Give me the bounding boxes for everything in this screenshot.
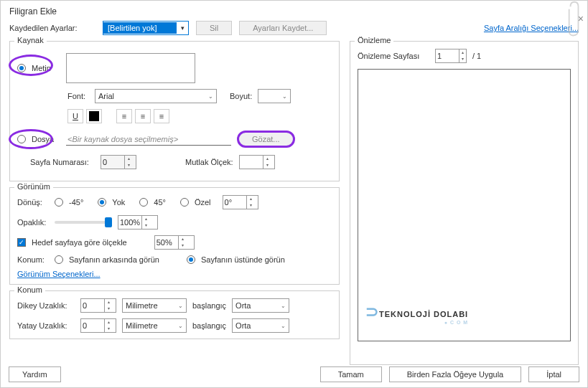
underline-button[interactable]: U <box>67 109 83 123</box>
rot-neg45-radio[interactable] <box>55 198 63 207</box>
preview-page-total: / 1 <box>472 52 481 60</box>
page-number-label: Sayfa Numarası: <box>30 158 95 166</box>
scale-value-input[interactable]: ▴▾ <box>154 235 195 250</box>
text-radio[interactable] <box>17 64 26 72</box>
watermark-text-input[interactable] <box>66 53 195 83</box>
file-radio-label: Dosya <box>32 135 60 143</box>
size-label: Boyut: <box>230 92 252 100</box>
apply-multiple-button[interactable]: Birden Fazla Öğeye Uygula <box>389 366 522 382</box>
brand-watermark: ⊃TEKNOLOJİ DOLABI ● C O M <box>365 303 468 325</box>
abs-scale-input[interactable]: ▴▾ <box>239 155 275 169</box>
chevron-down-icon: ▾ <box>177 24 188 32</box>
source-group: Kaynak Metin Font: Arial⌄ Boyut: ⌄ U <box>9 41 340 181</box>
preview-page-input[interactable]: ▴▾ <box>435 49 467 63</box>
color-button[interactable] <box>86 109 102 123</box>
vert-offset-input[interactable]: ▴▾ <box>80 298 116 313</box>
rot-45-radio[interactable] <box>139 198 148 207</box>
delete-button[interactable]: Sil <box>196 21 232 35</box>
loc-behind-radio[interactable] <box>55 255 63 264</box>
align-right-button[interactable]: ≡ <box>154 109 169 123</box>
opacity-label: Opaklık: <box>17 218 49 227</box>
file-path-display: <Bir kaynak dosya seçilmemiş> <box>66 133 231 146</box>
preview-page-label: Önizleme Sayfası <box>358 52 429 60</box>
vert-offset-label: Dikey Uzaklık: <box>17 301 75 310</box>
scale-checkbox-label: Hedef sayfaya göre ölçekle <box>32 238 127 247</box>
preview-group: Önizleme Önizleme Sayfası ▴▾ / 1 ⊃TEKNOL… <box>350 41 579 365</box>
font-label: Font: <box>67 92 89 100</box>
vert-from-select[interactable]: Orta⌄ <box>232 298 289 313</box>
saved-settings-label: Kaydedilen Ayarlar: <box>9 24 95 32</box>
chevron-down-icon: ⌄ <box>208 93 213 100</box>
preview-canvas: ⊃TEKNOLOJİ DOLABI ● C O M <box>358 69 571 341</box>
rotation-value-input[interactable]: ▴▾ <box>223 195 258 209</box>
page-number-input[interactable]: ▴▾ <box>101 155 136 169</box>
appearance-options-link[interactable]: Görünüm Seçenekleri... <box>17 270 101 278</box>
horiz-offset-label: Yatay Uzaklık: <box>17 321 75 330</box>
vert-from-label: başlangıç <box>192 301 226 310</box>
opacity-value-input[interactable]: ▴▾ <box>118 215 158 230</box>
cancel-button[interactable]: İptal <box>528 366 579 382</box>
opacity-slider[interactable] <box>55 221 112 224</box>
horiz-unit-select[interactable]: Milimetre⌄ <box>122 318 187 333</box>
abs-scale-label: Mutlak Ölçek: <box>185 158 233 166</box>
file-radio[interactable] <box>17 135 26 143</box>
save-settings-button[interactable]: Ayarları Kaydet... <box>239 21 327 35</box>
text-radio-label: Metin <box>32 64 60 72</box>
horiz-from-label: başlangıç <box>192 321 226 330</box>
dialog-title: Filigran Ekle <box>9 6 579 16</box>
horiz-offset-input[interactable]: ▴▾ <box>80 318 116 333</box>
chevron-down-icon: ⌄ <box>282 93 287 100</box>
horiz-from-select[interactable]: Orta⌄ <box>232 318 289 333</box>
ok-button[interactable]: Tamam <box>320 366 382 382</box>
browse-button[interactable]: Gözat... <box>237 131 295 148</box>
align-left-button[interactable]: ≡ <box>116 109 132 123</box>
rot-none-radio[interactable] <box>98 198 106 207</box>
location-label: Konum: <box>17 255 49 264</box>
rot-custom-radio[interactable] <box>180 198 189 207</box>
position-group: Konum Dikey Uzaklık: ▴▾ Milimetre⌄ başla… <box>9 290 340 339</box>
scale-checkbox[interactable]: ✓ <box>17 238 26 247</box>
size-select[interactable]: ⌄ <box>258 89 291 103</box>
appearance-group: Görünüm Dönüş: -45° Yok 45° Özel ▴▾ Opak… <box>9 187 340 285</box>
help-button[interactable]: Yardım <box>9 366 61 382</box>
rotation-label: Dönüş: <box>17 198 49 207</box>
saved-settings-combo[interactable]: [Belirtilen yok]▾ <box>103 21 189 35</box>
align-center-button[interactable]: ≡ <box>135 109 151 123</box>
vert-unit-select[interactable]: Milimetre⌄ <box>122 298 187 313</box>
loc-front-radio[interactable] <box>187 255 195 264</box>
close-icon[interactable]: × <box>578 13 584 24</box>
page-range-link[interactable]: Sayfa Aralığı Seçenekleri... <box>484 24 579 32</box>
font-select[interactable]: Arial⌄ <box>95 89 217 103</box>
